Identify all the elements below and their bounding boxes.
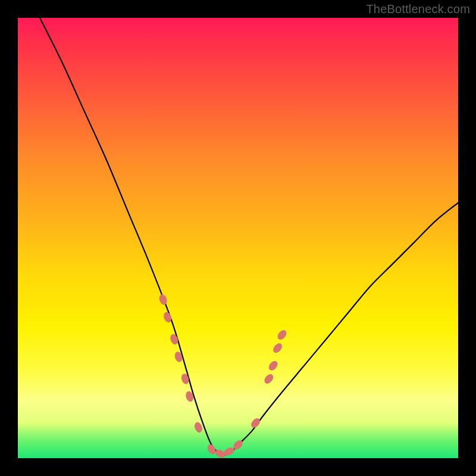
chart-markers xyxy=(158,293,289,458)
chart-marker xyxy=(267,359,280,372)
chart-svg xyxy=(18,18,458,458)
chart-marker xyxy=(271,342,284,355)
chart-marker xyxy=(193,421,203,434)
chart-marker xyxy=(162,311,173,324)
chart-marker xyxy=(206,443,217,456)
bottleneck-curve xyxy=(40,18,458,455)
chart-marker xyxy=(262,372,275,386)
chart-marker xyxy=(180,372,190,385)
plot-area xyxy=(18,18,458,458)
chart-marker xyxy=(276,328,289,342)
chart-marker xyxy=(249,416,262,429)
chart-marker xyxy=(169,333,179,346)
chart-frame: TheBottleneck.com xyxy=(0,0,476,476)
watermark-text: TheBottleneck.com xyxy=(366,2,470,16)
chart-marker xyxy=(158,293,168,306)
